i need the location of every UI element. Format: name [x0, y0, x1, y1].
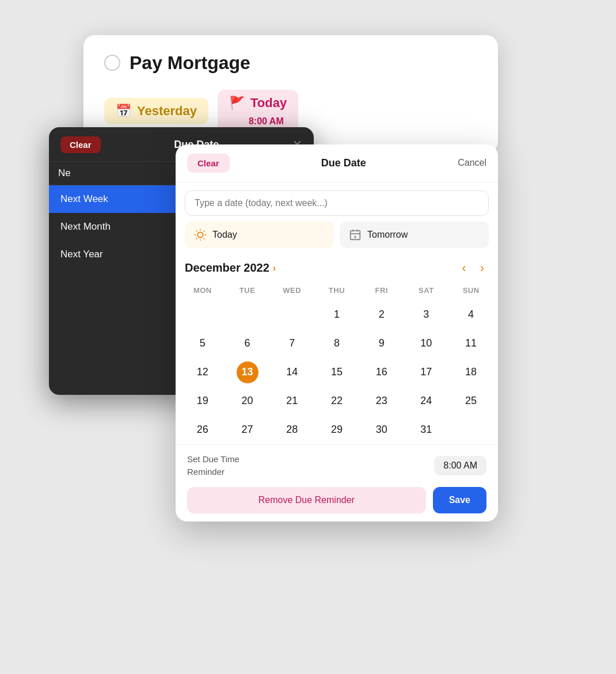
cal-day[interactable]: 10 [404, 329, 449, 358]
cal-day[interactable]: 11 [448, 329, 493, 358]
task-checkbox[interactable] [104, 55, 120, 71]
cal-day[interactable]: 18 [448, 358, 493, 387]
cal-day[interactable]: 9 [359, 329, 404, 358]
next-week-label: Next Week [60, 193, 108, 204]
next-year-label: Next Year [60, 249, 103, 260]
col-wed: WED [269, 284, 314, 300]
cal-day[interactable]: 20 [225, 387, 270, 416]
cal-day[interactable]: 6 [225, 329, 270, 358]
cal-day [225, 300, 270, 329]
cal-footer: Set Due TimeReminder 8:00 AM Remove Due … [176, 444, 498, 521]
col-fri: FRI [359, 284, 404, 300]
today-shortcut-label: Today [212, 230, 237, 240]
cal-day[interactable]: 15 [314, 358, 359, 387]
cal-day[interactable]: 13 [225, 358, 270, 387]
yesterday-badge[interactable]: 📅 Yesterday [104, 98, 208, 124]
calendar-icon: 📅 [116, 104, 131, 119]
yesterday-label: Yesterday [137, 104, 197, 119]
cal-day[interactable]: 24 [404, 387, 449, 416]
col-sat: SAT [404, 284, 449, 300]
cal-shortcuts: Today Tomorrow [176, 222, 498, 256]
task-dates: 📅 Yesterday 🚩 Today 8:00 AM [104, 90, 477, 132]
cal-save-button[interactable]: Save [433, 487, 486, 513]
task-header: Pay Mortgage [104, 52, 477, 74]
cal-day[interactable]: 25 [448, 387, 493, 416]
cal-day[interactable]: 7 [269, 329, 314, 358]
cal-time-badge[interactable]: 8:00 AM [434, 456, 486, 475]
cal-day[interactable]: 30 [359, 416, 404, 444]
month-title-text: December 2022 [185, 261, 269, 275]
cal-day[interactable]: 5 [180, 329, 225, 358]
task-title: Pay Mortgage [130, 52, 250, 74]
svg-line-3 [196, 230, 197, 231]
cal-header: Clear Due Date Cancel [176, 144, 498, 182]
cal-day[interactable]: 26 [180, 416, 225, 444]
cal-month-row: December 2022 › ‹ › [176, 256, 498, 284]
cal-cancel-button[interactable]: Cancel [458, 158, 486, 168]
cal-footer-bottom: Remove Due Reminder Save [187, 487, 486, 513]
cal-day[interactable]: 12 [180, 358, 225, 387]
dark-clear-button[interactable]: Clear [60, 136, 101, 153]
cal-footer-label: Set Due TimeReminder [187, 453, 239, 479]
cal-day[interactable]: 29 [314, 416, 359, 444]
cal-day[interactable]: 1 [314, 300, 359, 329]
cal-footer-top: Set Due TimeReminder 8:00 AM [187, 453, 486, 479]
month-expand-arrow[interactable]: › [273, 263, 276, 273]
col-thu: THU [314, 284, 359, 300]
today-badge[interactable]: 🚩 Today 8:00 AM [218, 90, 298, 132]
shortcut-tomorrow-button[interactable]: Tomorrow [340, 222, 489, 248]
cal-grid: MON TUE WED THU FRI SAT SUN 123456789101… [176, 284, 498, 444]
cal-prev-button[interactable]: ‹ [457, 258, 470, 278]
svg-point-0 [197, 232, 203, 237]
cal-day[interactable]: 2 [359, 300, 404, 329]
tomorrow-shortcut-label: Tomorrow [367, 230, 408, 240]
cal-day [180, 300, 225, 329]
calendar-modal: Clear Due Date Cancel Today [176, 144, 498, 521]
cal-day[interactable]: 21 [269, 387, 314, 416]
cal-day [269, 300, 314, 329]
cal-day[interactable]: 28 [269, 416, 314, 444]
svg-line-7 [196, 238, 197, 238]
flag-icon: 🚩 [229, 96, 245, 111]
cal-day[interactable]: 16 [359, 358, 404, 387]
today-time: 8:00 AM [249, 116, 284, 127]
col-tue: TUE [225, 284, 270, 300]
cal-nav: ‹ › [457, 258, 489, 278]
cal-day[interactable]: 19 [180, 387, 225, 416]
cal-month-title: December 2022 › [185, 261, 276, 275]
cal-day[interactable]: 22 [314, 387, 359, 416]
cal-date-input[interactable] [185, 191, 489, 216]
svg-line-8 [204, 230, 204, 231]
svg-rect-9 [351, 230, 360, 239]
cal-day[interactable]: 8 [314, 329, 359, 358]
next-month-label: Next Month [60, 221, 111, 232]
cal-next-button[interactable]: › [476, 258, 489, 278]
cal-day[interactable]: 3 [404, 300, 449, 329]
cal-remove-button[interactable]: Remove Due Reminder [187, 487, 426, 513]
cal-day[interactable]: 27 [225, 416, 270, 444]
today-label: Today [250, 96, 287, 111]
svg-line-4 [204, 238, 204, 238]
cal-day[interactable]: 14 [269, 358, 314, 387]
shortcut-today-button[interactable]: Today [185, 222, 334, 248]
cal-clear-button[interactable]: Clear [187, 154, 230, 173]
calendar-plus-icon [349, 229, 362, 241]
sun-icon [194, 229, 207, 241]
col-mon: MON [180, 284, 225, 300]
cal-day[interactable]: 4 [448, 300, 493, 329]
cal-day[interactable]: 31 [404, 416, 449, 444]
cal-modal-title: Due Date [321, 157, 366, 169]
cal-day[interactable]: 23 [359, 387, 404, 416]
cal-day [448, 416, 493, 444]
col-sun: SUN [448, 284, 493, 300]
cal-day[interactable]: 17 [404, 358, 449, 387]
